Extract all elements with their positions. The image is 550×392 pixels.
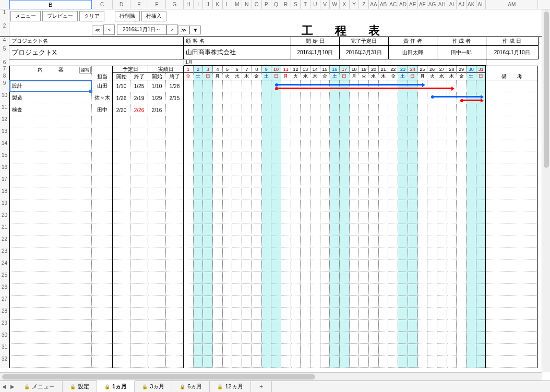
col-E[interactable]: E	[130, 0, 148, 9]
col-AB[interactable]: AB	[379, 0, 389, 9]
col-W[interactable]: W	[330, 0, 340, 9]
col-I[interactable]: I	[194, 0, 204, 9]
col-AG[interactable]: AG	[427, 0, 437, 9]
col-AM[interactable]: AM	[486, 0, 538, 9]
col-P[interactable]: P	[262, 0, 272, 9]
col-J[interactable]: J	[203, 0, 213, 9]
col-AC[interactable]: AC	[388, 0, 398, 9]
col-Y[interactable]: Y	[350, 0, 360, 9]
col-H[interactable]: H	[184, 0, 194, 9]
col-T[interactable]: T	[301, 0, 310, 9]
col-AD[interactable]: AD	[398, 0, 408, 9]
col-O[interactable]: O	[252, 0, 262, 9]
col-K[interactable]: K	[213, 0, 223, 9]
col-AL[interactable]: AL	[476, 0, 486, 9]
col-F[interactable]: F	[148, 0, 166, 9]
col-N[interactable]: N	[242, 0, 252, 9]
col-L[interactable]: L	[223, 0, 233, 9]
col-AE[interactable]: AE	[408, 0, 418, 9]
col-S[interactable]: S	[291, 0, 301, 9]
col-AJ[interactable]: AJ	[457, 0, 467, 9]
col-D[interactable]: D	[113, 0, 130, 9]
col-U[interactable]: U	[310, 0, 320, 9]
col-G[interactable]: G	[166, 0, 184, 9]
col-V[interactable]: V	[320, 0, 330, 9]
col-Q[interactable]: Q	[271, 0, 281, 9]
col-AK[interactable]: AK	[467, 0, 476, 9]
col-X[interactable]: X	[340, 0, 350, 9]
col-AF[interactable]: AF	[418, 0, 428, 9]
col-C[interactable]: C	[92, 0, 113, 9]
col-M[interactable]: M	[232, 0, 242, 9]
col-Z[interactable]: Z	[359, 0, 369, 9]
col-R[interactable]: R	[281, 0, 291, 9]
col-AH[interactable]: AH	[437, 0, 447, 9]
col-AA[interactable]: AA	[369, 0, 379, 9]
col-AI[interactable]: AI	[447, 0, 457, 9]
name-box[interactable]: B	[9, 0, 92, 9]
